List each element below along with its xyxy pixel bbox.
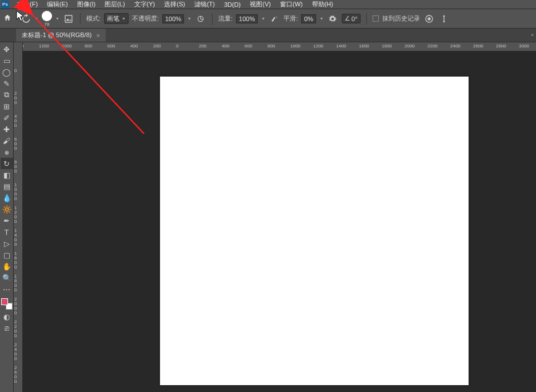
menu-edit[interactable]: 编辑(E) — [42, 0, 73, 9]
shape-tool-icon[interactable]: ▢ — [1, 249, 13, 261]
blur-tool-icon[interactable]: 💧 — [1, 192, 13, 203]
gradient-tool-icon[interactable]: ▤ — [1, 181, 13, 192]
vertical-ruler: 0200400600800100012001400160018002000220… — [14, 42, 23, 392]
ruler-tick: 2600 — [473, 43, 483, 49]
smooth-label: 平滑: — [283, 14, 298, 23]
ruler-tick: 800 — [85, 43, 92, 49]
ruler-tick: 200 — [14, 91, 17, 105]
brush-dot-icon — [42, 11, 52, 21]
quick-select-tool-icon[interactable]: ✎ — [1, 78, 13, 89]
marquee-tool-icon[interactable]: ▭ — [1, 55, 13, 66]
ruler-tick: 400 — [14, 114, 17, 128]
eraser-tool-icon[interactable]: ◧ — [1, 169, 13, 181]
healing-tool-icon[interactable]: ✚ — [1, 123, 13, 135]
menu-bar: Ps 文件(F) 编辑(E) 图像(I) 图层(L) 文字(Y) 选择(S) 滤… — [0, 0, 536, 9]
ruler-tick: 3000 — [519, 43, 529, 49]
ruler-tick: 1600 — [14, 251, 17, 270]
eyedropper-tool-icon[interactable]: ✐ — [1, 112, 13, 123]
opacity-input[interactable]: 100% — [162, 14, 184, 23]
menu-type[interactable]: 文字(Y) — [130, 0, 160, 9]
mode-dropdown[interactable]: 画笔 ▼ — [104, 13, 129, 24]
angle-control[interactable]: ∠ 0° — [342, 14, 361, 23]
horizontal-ruler: 4001200100080060040020002004006008001000… — [23, 42, 536, 51]
ruler-tick: 0 — [14, 69, 17, 73]
ruler-tick: 1800 — [382, 43, 392, 49]
lasso-tool-icon[interactable]: ◯ — [1, 66, 13, 78]
ruler-tick: 2800 — [496, 43, 506, 49]
tab-overflow-icon[interactable]: » — [531, 32, 534, 38]
screenmode-icon[interactable]: ⎚ — [1, 322, 13, 334]
move-tool-icon[interactable]: ✥ — [1, 43, 13, 55]
stamp-tool-icon[interactable]: ⎈ — [1, 146, 13, 158]
zoom-tool-icon[interactable]: 🔍 — [1, 272, 13, 283]
flow-input[interactable]: 100% — [236, 14, 258, 23]
quickmask-icon[interactable]: ◐ — [1, 311, 13, 322]
history-label: 抹到历史记录 — [382, 14, 420, 23]
menu-help[interactable]: 帮助(H) — [307, 0, 338, 9]
symmetry-icon[interactable] — [438, 13, 450, 25]
ruler-tick: 1600 — [359, 43, 369, 49]
foreground-color-swatch[interactable] — [1, 298, 8, 305]
options-bar: ▼ 78 ▼ 模式: 画笔 ▼ 不透明度: 100% ▼ 流量: 100% ▼ … — [0, 9, 536, 29]
canvas-viewport[interactable] — [23, 51, 536, 392]
hand-tool-icon[interactable]: ✋ — [1, 261, 13, 272]
path-select-tool-icon[interactable]: ▷ — [1, 238, 13, 249]
ruler-tick: 200 — [199, 43, 206, 49]
canvas-area: 4001200100080060040020002004006008001000… — [23, 42, 536, 392]
home-icon[interactable] — [3, 14, 14, 24]
tool-panel: ✥ ▭ ◯ ✎ ⧉ ⊞ ✐ ✚ 🖌 ⎈ ↻ ◧ ▤ 💧 🔆 ✒ T ▷ ▢ ✋ … — [0, 42, 14, 392]
ruler-tick: 600 — [245, 43, 252, 49]
menu-window[interactable]: 窗口(W) — [275, 0, 307, 9]
smooth-input[interactable]: 0% — [301, 14, 316, 23]
history-checkbox[interactable] — [373, 15, 379, 22]
angle-value: 0° — [351, 15, 358, 22]
ruler-tick: 600 — [14, 137, 17, 151]
tool-preset-caret-icon[interactable]: ▼ — [34, 17, 38, 21]
menu-3d[interactable]: 3D(D) — [219, 1, 245, 9]
menu-view[interactable]: 视图(V) — [245, 0, 275, 9]
separator — [80, 13, 81, 25]
menu-select[interactable]: 选择(S) — [159, 0, 190, 9]
type-tool-icon[interactable]: T — [1, 226, 13, 238]
ruler-tick: 0 — [176, 43, 178, 49]
ruler-tick: 2600 — [14, 366, 17, 384]
menu-layer[interactable]: 图层(L) — [100, 0, 129, 9]
ruler-tick: 1800 — [14, 274, 17, 293]
ruler-tick: 1400 — [336, 43, 346, 49]
close-tab-icon[interactable]: × — [96, 32, 99, 39]
canvas-document[interactable] — [160, 77, 469, 385]
menu-file[interactable]: 文件(F) — [13, 0, 42, 9]
airbrush-icon[interactable] — [269, 13, 280, 25]
brush-panel-icon[interactable] — [63, 13, 74, 25]
menu-filter[interactable]: 滤镜(T) — [190, 0, 219, 9]
color-swatches[interactable] — [1, 298, 13, 310]
pressure-size-icon[interactable] — [423, 13, 435, 25]
flow-caret-icon[interactable]: ▼ — [261, 17, 265, 21]
crop-tool-icon[interactable]: ⧉ — [1, 89, 13, 101]
frame-tool-icon[interactable]: ⊞ — [1, 101, 13, 112]
pressure-opacity-icon[interactable] — [195, 13, 206, 25]
menu-image[interactable]: 图像(I) — [73, 0, 100, 9]
workspace: ✥ ▭ ◯ ✎ ⧉ ⊞ ✐ ✚ 🖌 ⎈ ↻ ◧ ▤ 💧 🔆 ✒ T ▷ ▢ ✋ … — [0, 42, 536, 392]
edit-toolbar-icon[interactable]: ⋯ — [1, 283, 13, 295]
history-brush-tool-icon[interactable] — [21, 14, 31, 24]
brush-tool-icon[interactable]: 🖌 — [1, 135, 13, 146]
dodge-tool-icon[interactable]: 🔆 — [1, 203, 13, 215]
opacity-caret-icon[interactable]: ▼ — [187, 17, 191, 21]
smooth-gear-icon[interactable] — [327, 13, 338, 25]
brush-picker-caret-icon[interactable]: ▼ — [55, 17, 59, 21]
brush-preview[interactable]: 78 — [42, 11, 52, 27]
separator — [212, 13, 213, 25]
ruler-tick: 1000 — [290, 43, 301, 49]
app-logo-icon: Ps — [1, 1, 9, 9]
opacity-label: 不透明度: — [132, 14, 159, 23]
ruler-tick: 2000 — [14, 297, 17, 315]
document-tab[interactable]: 未标题-1 @ 50%(RGB/8) × — [16, 29, 106, 42]
caret-down-icon: ▼ — [122, 17, 126, 21]
ruler-tick: 400 — [23, 43, 23, 49]
ruler-tick: 2200 — [427, 43, 438, 49]
smooth-caret-icon[interactable]: ▼ — [319, 17, 323, 21]
ruler-tick: 1000 — [14, 183, 17, 201]
pen-tool-icon[interactable]: ✒ — [1, 215, 13, 226]
history-brush-tool-icon[interactable]: ↻ — [1, 158, 13, 169]
